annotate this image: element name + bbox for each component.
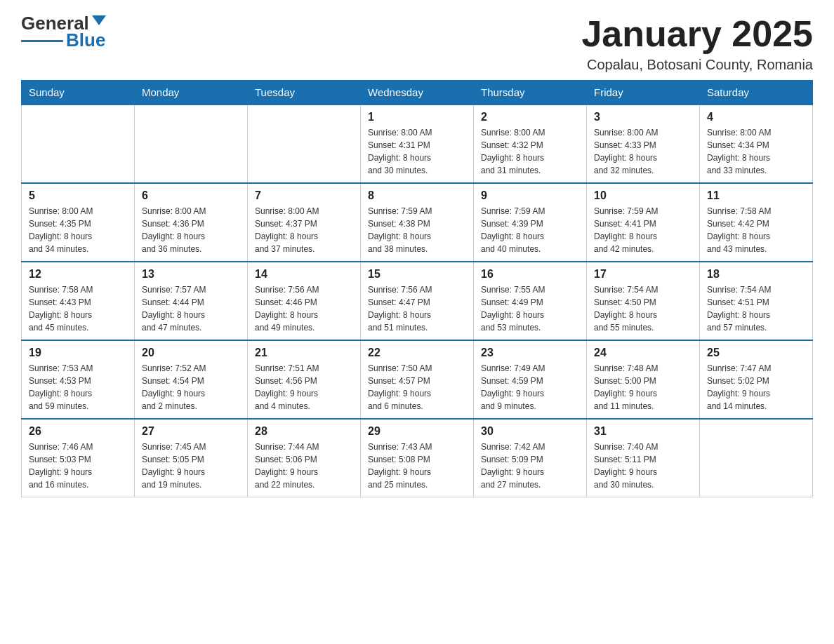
day-info: Sunrise: 8:00 AMSunset: 4:35 PMDaylight:… bbox=[29, 205, 127, 255]
day-info: Sunrise: 7:57 AMSunset: 4:44 PMDaylight:… bbox=[142, 283, 240, 334]
calendar-cell: 10Sunrise: 7:59 AMSunset: 4:41 PMDayligh… bbox=[587, 183, 700, 262]
day-number: 5 bbox=[29, 189, 127, 202]
day-info: Sunrise: 7:54 AMSunset: 4:50 PMDaylight:… bbox=[594, 283, 692, 334]
calendar-cell: 9Sunrise: 7:59 AMSunset: 4:39 PMDaylight… bbox=[474, 183, 587, 262]
calendar-cell: 20Sunrise: 7:52 AMSunset: 4:54 PMDayligh… bbox=[135, 340, 248, 419]
calendar-cell: 28Sunrise: 7:44 AMSunset: 5:06 PMDayligh… bbox=[248, 419, 361, 497]
day-number: 11 bbox=[707, 189, 805, 202]
day-number: 19 bbox=[29, 347, 127, 359]
weekday-header-saturday: Saturday bbox=[700, 81, 813, 105]
day-info: Sunrise: 7:46 AMSunset: 5:03 PMDaylight:… bbox=[29, 441, 127, 491]
weekday-header-thursday: Thursday bbox=[474, 81, 587, 105]
day-number: 21 bbox=[255, 347, 353, 359]
day-number: 3 bbox=[594, 111, 692, 123]
calendar-cell: 18Sunrise: 7:54 AMSunset: 4:51 PMDayligh… bbox=[700, 262, 813, 340]
logo: General Blue bbox=[21, 14, 106, 49]
calendar-cell: 14Sunrise: 7:56 AMSunset: 4:46 PMDayligh… bbox=[248, 262, 361, 340]
day-number: 30 bbox=[481, 425, 579, 438]
day-info: Sunrise: 7:59 AMSunset: 4:41 PMDaylight:… bbox=[594, 205, 692, 255]
day-info: Sunrise: 7:53 AMSunset: 4:53 PMDaylight:… bbox=[29, 362, 127, 412]
calendar-cell: 17Sunrise: 7:54 AMSunset: 4:50 PMDayligh… bbox=[587, 262, 700, 340]
day-info: Sunrise: 7:40 AMSunset: 5:11 PMDaylight:… bbox=[594, 441, 692, 491]
day-info: Sunrise: 7:58 AMSunset: 4:43 PMDaylight:… bbox=[29, 283, 127, 334]
day-number: 18 bbox=[707, 268, 805, 281]
day-number: 13 bbox=[142, 268, 240, 281]
weekday-header-friday: Friday bbox=[587, 81, 700, 105]
calendar-cell: 16Sunrise: 7:55 AMSunset: 4:49 PMDayligh… bbox=[474, 262, 587, 340]
day-info: Sunrise: 7:48 AMSunset: 5:00 PMDaylight:… bbox=[594, 362, 692, 412]
day-number: 22 bbox=[368, 347, 466, 359]
weekday-header-monday: Monday bbox=[135, 81, 248, 105]
day-number: 12 bbox=[29, 268, 127, 281]
day-info: Sunrise: 7:56 AMSunset: 4:47 PMDaylight:… bbox=[368, 283, 466, 334]
weekday-header-tuesday: Tuesday bbox=[248, 81, 361, 105]
day-info: Sunrise: 7:59 AMSunset: 4:39 PMDaylight:… bbox=[481, 205, 579, 255]
day-number: 1 bbox=[368, 111, 466, 123]
calendar-cell: 27Sunrise: 7:45 AMSunset: 5:05 PMDayligh… bbox=[135, 419, 248, 497]
calendar-cell: 30Sunrise: 7:42 AMSunset: 5:09 PMDayligh… bbox=[474, 419, 587, 497]
calendar-cell: 29Sunrise: 7:43 AMSunset: 5:08 PMDayligh… bbox=[361, 419, 474, 497]
day-number: 14 bbox=[255, 268, 353, 281]
calendar-cell: 3Sunrise: 8:00 AMSunset: 4:33 PMDaylight… bbox=[587, 105, 700, 183]
calendar-cell: 5Sunrise: 8:00 AMSunset: 4:35 PMDaylight… bbox=[22, 183, 135, 262]
day-info: Sunrise: 7:43 AMSunset: 5:08 PMDaylight:… bbox=[368, 441, 466, 491]
day-number: 20 bbox=[142, 347, 240, 359]
calendar-cell: 19Sunrise: 7:53 AMSunset: 4:53 PMDayligh… bbox=[22, 340, 135, 419]
calendar-cell: 4Sunrise: 8:00 AMSunset: 4:34 PMDaylight… bbox=[700, 105, 813, 183]
day-info: Sunrise: 7:47 AMSunset: 5:02 PMDaylight:… bbox=[707, 362, 805, 412]
day-info: Sunrise: 8:00 AMSunset: 4:31 PMDaylight:… bbox=[368, 126, 466, 177]
logo-arrow-icon bbox=[92, 15, 106, 25]
calendar-cell bbox=[700, 419, 813, 497]
week-row-3: 12Sunrise: 7:58 AMSunset: 4:43 PMDayligh… bbox=[22, 262, 813, 340]
week-row-5: 26Sunrise: 7:46 AMSunset: 5:03 PMDayligh… bbox=[22, 419, 813, 497]
logo-line bbox=[21, 40, 63, 42]
day-info: Sunrise: 8:00 AMSunset: 4:36 PMDaylight:… bbox=[142, 205, 240, 255]
weekday-header-wednesday: Wednesday bbox=[361, 81, 474, 105]
calendar-cell: 31Sunrise: 7:40 AMSunset: 5:11 PMDayligh… bbox=[587, 419, 700, 497]
calendar-cell bbox=[22, 105, 135, 183]
day-number: 25 bbox=[707, 347, 805, 359]
day-info: Sunrise: 7:44 AMSunset: 5:06 PMDaylight:… bbox=[255, 441, 353, 491]
calendar-cell: 25Sunrise: 7:47 AMSunset: 5:02 PMDayligh… bbox=[700, 340, 813, 419]
week-row-2: 5Sunrise: 8:00 AMSunset: 4:35 PMDaylight… bbox=[22, 183, 813, 262]
title-section: January 2025 Copalau, Botosani County, R… bbox=[581, 14, 813, 73]
day-number: 17 bbox=[594, 268, 692, 281]
day-info: Sunrise: 8:00 AMSunset: 4:33 PMDaylight:… bbox=[594, 126, 692, 177]
day-number: 27 bbox=[142, 425, 240, 438]
week-row-1: 1Sunrise: 8:00 AMSunset: 4:31 PMDaylight… bbox=[22, 105, 813, 183]
day-info: Sunrise: 7:59 AMSunset: 4:38 PMDaylight:… bbox=[368, 205, 466, 255]
day-number: 16 bbox=[481, 268, 579, 281]
day-number: 24 bbox=[594, 347, 692, 359]
day-number: 6 bbox=[142, 189, 240, 202]
calendar-cell: 24Sunrise: 7:48 AMSunset: 5:00 PMDayligh… bbox=[587, 340, 700, 419]
day-info: Sunrise: 7:42 AMSunset: 5:09 PMDaylight:… bbox=[481, 441, 579, 491]
calendar-cell: 21Sunrise: 7:51 AMSunset: 4:56 PMDayligh… bbox=[248, 340, 361, 419]
day-number: 15 bbox=[368, 268, 466, 281]
calendar-cell bbox=[135, 105, 248, 183]
calendar-cell: 7Sunrise: 8:00 AMSunset: 4:37 PMDaylight… bbox=[248, 183, 361, 262]
calendar-cell: 2Sunrise: 8:00 AMSunset: 4:32 PMDaylight… bbox=[474, 105, 587, 183]
calendar-cell: 15Sunrise: 7:56 AMSunset: 4:47 PMDayligh… bbox=[361, 262, 474, 340]
day-info: Sunrise: 7:56 AMSunset: 4:46 PMDaylight:… bbox=[255, 283, 353, 334]
day-info: Sunrise: 7:55 AMSunset: 4:49 PMDaylight:… bbox=[481, 283, 579, 334]
logo-blue: Blue bbox=[66, 31, 105, 49]
calendar-cell: 6Sunrise: 8:00 AMSunset: 4:36 PMDaylight… bbox=[135, 183, 248, 262]
day-number: 31 bbox=[594, 425, 692, 438]
day-info: Sunrise: 7:50 AMSunset: 4:57 PMDaylight:… bbox=[368, 362, 466, 412]
day-info: Sunrise: 8:00 AMSunset: 4:32 PMDaylight:… bbox=[481, 126, 579, 177]
day-number: 28 bbox=[255, 425, 353, 438]
calendar-table: SundayMondayTuesdayWednesdayThursdayFrid… bbox=[21, 80, 813, 497]
calendar-cell bbox=[248, 105, 361, 183]
calendar-cell: 12Sunrise: 7:58 AMSunset: 4:43 PMDayligh… bbox=[22, 262, 135, 340]
day-number: 9 bbox=[481, 189, 579, 202]
day-number: 23 bbox=[481, 347, 579, 359]
day-number: 8 bbox=[368, 189, 466, 202]
day-info: Sunrise: 7:54 AMSunset: 4:51 PMDaylight:… bbox=[707, 283, 805, 334]
day-info: Sunrise: 7:45 AMSunset: 5:05 PMDaylight:… bbox=[142, 441, 240, 491]
day-info: Sunrise: 7:51 AMSunset: 4:56 PMDaylight:… bbox=[255, 362, 353, 412]
page-header: General Blue January 2025 Copalau, Botos… bbox=[21, 14, 813, 73]
calendar-cell: 13Sunrise: 7:57 AMSunset: 4:44 PMDayligh… bbox=[135, 262, 248, 340]
day-info: Sunrise: 7:49 AMSunset: 4:59 PMDaylight:… bbox=[481, 362, 579, 412]
calendar-cell: 22Sunrise: 7:50 AMSunset: 4:57 PMDayligh… bbox=[361, 340, 474, 419]
day-number: 4 bbox=[707, 111, 805, 123]
